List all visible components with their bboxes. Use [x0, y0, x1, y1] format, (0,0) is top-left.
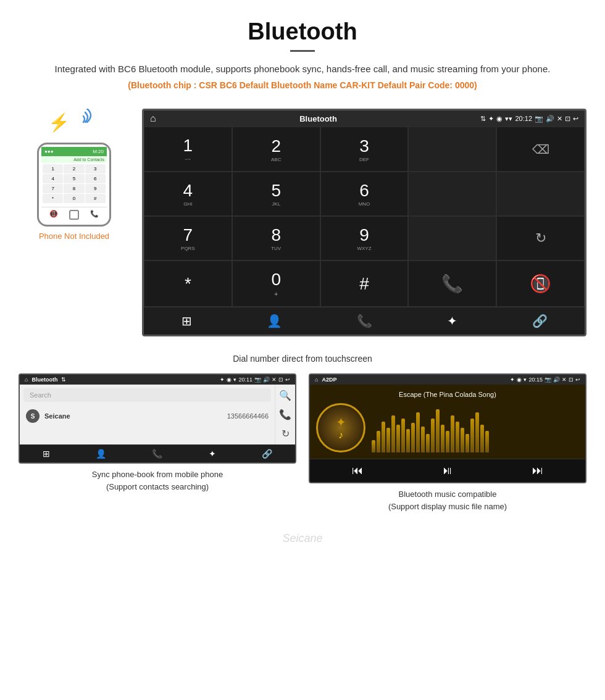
contact-row[interactable]: S Seicane 13566664466	[23, 406, 271, 427]
dial-redial[interactable]: ↻	[496, 216, 585, 260]
contact-name: Seicane	[44, 412, 70, 420]
music-window-icon[interactable]: ⊡	[569, 377, 574, 383]
eq-bar	[461, 428, 464, 452]
pb-nav-dialpad[interactable]: ⊞	[43, 449, 50, 459]
contact-avatar: S	[26, 409, 40, 423]
dial-key-6[interactable]: 6 MNO	[320, 172, 409, 216]
main-status-bar: ⌂ Bluetooth ⇅ ✦ ◉ ▾▾ 20:12 📷 🔊 ✕ ⊡ ↩	[144, 110, 585, 127]
pb-nav-bluetooth[interactable]: ✦	[209, 449, 216, 459]
eq-bar	[401, 419, 405, 452]
music-next-icon[interactable]: ⏭	[532, 464, 543, 477]
main-bottom-nav: ⊞ 👤 📞 ✦ 🔗	[144, 307, 585, 335]
dial-key-4[interactable]: 4 GHI	[144, 172, 232, 216]
eq-bar	[416, 412, 420, 452]
phonebook-screen: ⌂ Bluetooth ⇅ ✦ ◉ ▾ 20:11 📷 🔊 ✕ ⊡ ↩	[19, 373, 296, 464]
nav-link-icon[interactable]: 🔗	[526, 314, 554, 328]
dial-call-button[interactable]: 📞	[408, 260, 496, 307]
nav-bluetooth-icon[interactable]: ✦	[441, 314, 464, 328]
pb-search-icon[interactable]: 🔍	[279, 390, 291, 401]
phone-bottom-bar: 📵 📞	[41, 207, 107, 222]
bt-symbol-icon: ⚡	[48, 112, 70, 133]
dial-key-7[interactable]: 7 PQRS	[144, 216, 232, 260]
dial-end-button[interactable]: 📵	[496, 260, 585, 307]
pb-signal-icon: ▾	[233, 377, 236, 383]
music-home-icon[interactable]: ⌂	[315, 377, 318, 383]
dial-key-0[interactable]: 0 +	[232, 260, 320, 307]
contact-phone: 13566664466	[227, 412, 269, 420]
phone-top-bar: ●●● M:20	[41, 147, 107, 156]
time-display: 20:12	[515, 115, 532, 122]
bt-specs: (Bluetooth chip : CSR BC6 Default Blueto…	[37, 80, 568, 90]
phone-key-3: 3	[85, 164, 106, 173]
phonebook-body: Search S Seicane 13566664466 🔍 📞 ↻	[20, 385, 295, 444]
dial-key-2[interactable]: 2 ABC	[232, 127, 320, 172]
eq-bar	[406, 429, 410, 452]
music-time: 20:15	[528, 377, 543, 383]
pb-call-action-icon[interactable]: 📞	[279, 409, 291, 420]
music-play-icon[interactable]: ⏯	[442, 464, 453, 477]
pb-nav-call[interactable]: 📞	[152, 449, 162, 459]
bluetooth-status-icon: ✦	[488, 115, 494, 123]
pb-nav-link[interactable]: 🔗	[262, 449, 272, 459]
dial-empty-3	[408, 216, 496, 260]
music-note-icon: ♪	[338, 430, 343, 441]
wifi-waves-icon	[73, 109, 101, 136]
page-description: Integrated with BC6 Bluetooth module, su…	[37, 62, 568, 77]
page-header: Bluetooth Integrated with BC6 Bluetooth …	[0, 0, 605, 96]
pb-window-icon[interactable]: ⊡	[278, 377, 283, 383]
equalizer-visualization	[372, 403, 579, 452]
phonebook-caption: Sync phone-book from mobile phone (Suppo…	[19, 464, 296, 498]
dial-display	[408, 127, 496, 172]
search-bar[interactable]: Search	[23, 388, 271, 402]
phonebook-sidebar: 🔍 📞 ↻	[275, 385, 295, 444]
music-volume-icon[interactable]: 🔊	[553, 377, 560, 383]
phonebook-status-bar: ⌂ Bluetooth ⇅ ✦ ◉ ▾ 20:11 📷 🔊 ✕ ⊡ ↩	[20, 375, 295, 385]
music-close-icon[interactable]: ✕	[562, 377, 567, 383]
eq-bar	[372, 440, 375, 452]
dial-backspace[interactable]: ⌫	[496, 127, 585, 172]
phone-key-1: 1	[43, 164, 63, 173]
pb-back-icon[interactable]: ↩	[285, 377, 290, 383]
dial-empty-1	[408, 172, 496, 216]
pb-camera-icon[interactable]: 📷	[254, 377, 261, 383]
dial-key-1[interactable]: 1 ⌣⌣	[144, 127, 232, 172]
volume-icon[interactable]: 🔊	[546, 115, 554, 123]
dial-key-3[interactable]: 3 DEF	[320, 127, 409, 172]
music-back-icon[interactable]: ↩	[575, 377, 580, 383]
dial-key-9[interactable]: 9 WXYZ	[320, 216, 409, 260]
music-location-icon: ◉	[517, 377, 522, 383]
eq-bar	[465, 434, 469, 452]
pb-volume-icon[interactable]: 🔊	[263, 377, 270, 383]
camera-icon[interactable]: 📷	[535, 115, 543, 123]
dial-key-hash[interactable]: #	[320, 260, 409, 307]
main-screen: ⌂ Bluetooth ⇅ ✦ ◉ ▾▾ 20:12 📷 🔊 ✕ ⊡ ↩ 1 ⌣…	[142, 109, 586, 336]
pb-refresh-icon[interactable]: ↻	[282, 428, 290, 440]
eq-bar	[377, 431, 380, 452]
song-title: Escape (The Pina Colada Song)	[316, 391, 579, 398]
album-art: ✦ ♪	[316, 403, 365, 452]
dial-key-5[interactable]: 5 JKL	[232, 172, 320, 216]
back-icon[interactable]: ↩	[573, 115, 578, 123]
phone-add-label: Add to Contacts	[41, 156, 107, 163]
close-icon[interactable]: ✕	[557, 115, 562, 123]
music-camera-icon[interactable]: 📷	[544, 377, 551, 383]
pb-home-icon[interactable]: ⌂	[25, 377, 28, 383]
phone-key-4: 4	[43, 174, 63, 183]
window-icon[interactable]: ⊡	[565, 115, 570, 123]
dialpad-grid: 1 ⌣⌣ 2 ABC 3 DEF ⌫ 4 GHI 5 JKL	[144, 127, 585, 307]
eq-bar	[446, 431, 449, 452]
music-caption: Bluetooth music compatible (Support disp…	[309, 483, 586, 517]
watermark: Seicane	[0, 530, 605, 548]
dial-key-star[interactable]: *	[144, 260, 232, 307]
nav-dialpad-icon[interactable]: ⊞	[175, 314, 198, 328]
home-icon[interactable]: ⌂	[150, 113, 156, 124]
music-prev-icon[interactable]: ⏮	[352, 464, 363, 477]
eq-bar	[411, 423, 415, 452]
pb-usb-icon: ⇅	[61, 377, 66, 383]
pb-label: Bluetooth	[31, 377, 57, 383]
pb-close-icon[interactable]: ✕	[272, 377, 277, 383]
dial-key-8[interactable]: 8 TUV	[232, 216, 320, 260]
pb-nav-contacts[interactable]: 👤	[96, 449, 106, 459]
nav-contacts-icon[interactable]: 👤	[261, 314, 288, 328]
nav-call-icon[interactable]: 📞	[351, 314, 378, 328]
